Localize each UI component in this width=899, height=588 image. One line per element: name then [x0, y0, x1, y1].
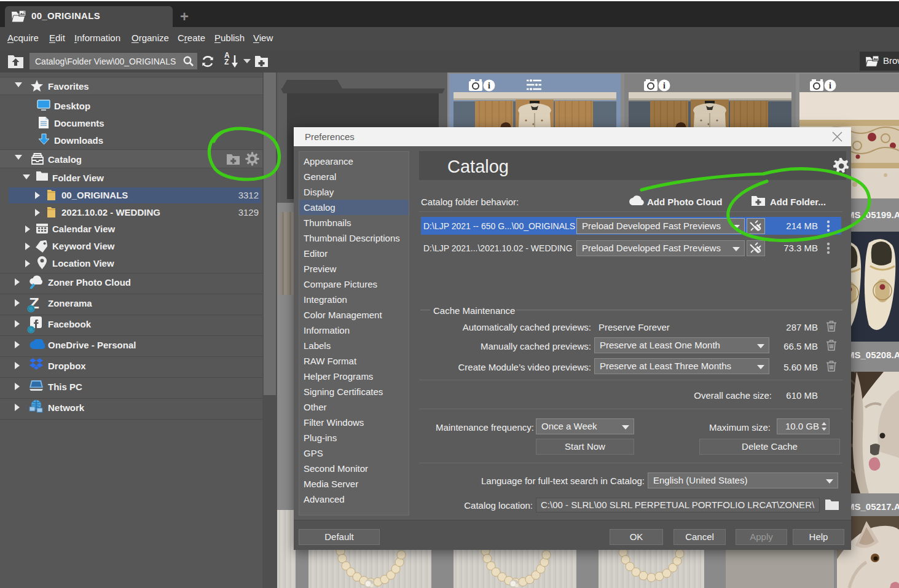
svg-text:i: i: [663, 81, 665, 90]
svg-text:i: i: [829, 81, 831, 90]
svg-text:i: i: [488, 81, 490, 90]
